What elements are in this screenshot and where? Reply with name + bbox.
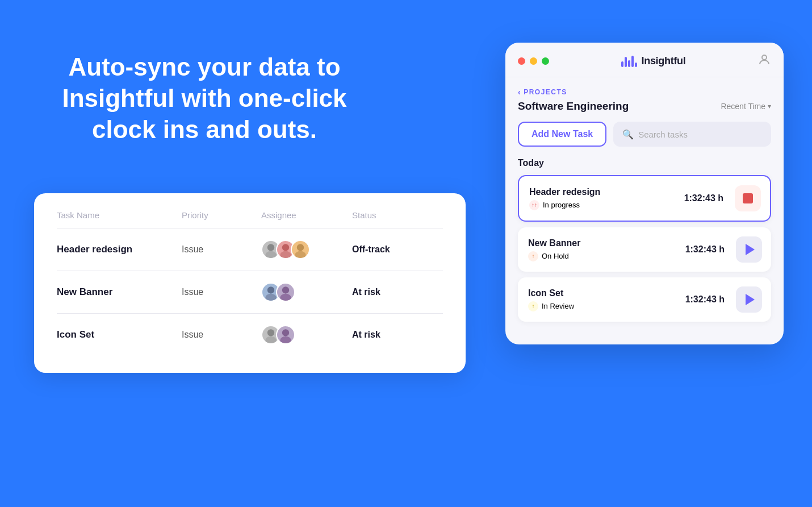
table-row: Icon Set Issue At risk [57,314,443,356]
col-assignee: Assignee [261,210,352,220]
search-box[interactable]: 🔍 Search tasks [613,122,771,147]
play-button-3[interactable] [736,286,762,313]
task-card-1-name: Header redesign [529,187,673,197]
project-title: Software Engineering [518,100,629,113]
action-bar: Add New Task 🔍 Search tasks [518,122,771,147]
close-dot[interactable] [518,57,525,65]
play-button-2[interactable] [736,236,762,263]
task-name-2: New Banner [57,286,182,298]
svg-point-7 [265,294,276,302]
task-card-3-name: Icon Set [528,288,674,298]
search-icon: 🔍 [622,129,634,140]
play-icon [746,244,755,255]
task-card-1-time: 1:32:43 h [684,193,723,203]
task-card-1-status-label: In progress [543,201,580,209]
bar3 [628,60,630,67]
svg-point-1 [265,251,276,259]
priority-1: Issue [182,244,261,255]
status-1: Off-track [352,244,443,255]
back-label: PROJECTS [524,88,567,96]
task-card-2-status-label: On Hold [542,252,569,260]
svg-point-3 [280,251,291,259]
status-inreview-icon: ↑ [528,301,538,311]
task-name-1: Header redesign [57,244,182,255]
project-header: Software Engineering Recent Time ▾ [518,100,771,113]
svg-point-9 [280,294,291,302]
svg-point-6 [267,286,274,293]
task-card-3-time: 1:32:43 h [685,294,725,305]
task-card-3-left: Icon Set ↑ In Review [528,288,674,311]
avatar [276,282,295,302]
assignees-1 [261,240,352,259]
hero-text: Auto-sync your data to Insightful with o… [34,51,375,145]
window-controls [518,57,549,65]
avatar [276,325,295,344]
task-card-2-left: New Banner ↑ On Hold [528,238,674,261]
task-card-1-left: Header redesign ↑↑ In progress [529,187,673,210]
app-logo: Insightful [621,55,686,67]
minimize-dot[interactable] [530,57,537,65]
recent-time-label: Recent Time [721,102,765,111]
search-placeholder: Search tasks [638,130,688,139]
svg-point-0 [267,244,274,251]
task-card-2-status: ↑ On Hold [528,251,674,261]
svg-point-8 [282,286,289,293]
dropdown-arrow-icon: ▾ [768,102,771,110]
back-to-projects[interactable]: ‹ PROJECTS [518,88,771,97]
assignees-2 [261,282,352,302]
hero-line2: Insightful with one-click [62,84,346,112]
stop-icon [743,193,753,203]
recent-time-dropdown[interactable]: Recent Time ▾ [721,102,771,111]
status-3: At risk [352,330,443,340]
app-window: Insightful ‹ PROJECTS Software Engineeri… [505,43,784,344]
task-card-2-name: New Banner [528,238,674,248]
task-card-1-status: ↑↑ In progress [529,200,673,210]
status-onhold-icon: ↑ [528,251,538,261]
maximize-dot[interactable] [542,57,549,65]
priority-2: Issue [182,287,261,297]
status-inprogress-icon: ↑↑ [529,200,539,210]
svg-point-14 [762,55,767,60]
stop-button-1[interactable] [735,185,761,211]
title-bar: Insightful [505,43,784,77]
svg-point-10 [267,329,274,336]
chevron-left-icon: ‹ [518,88,521,97]
svg-point-5 [295,251,305,259]
task-table-card: Task Name Priority Assignee Status Heade… [34,193,466,373]
status-2: At risk [352,287,443,297]
svg-point-12 [282,329,289,336]
task-card-3-status-label: In Review [542,302,574,310]
user-icon[interactable] [757,53,771,69]
col-priority: Priority [182,210,261,220]
col-task-name: Task Name [57,210,182,220]
app-content: ‹ PROJECTS Software Engineering Recent T… [505,77,784,322]
task-card-2-time: 1:32:43 h [685,244,725,255]
logo-icon [621,55,637,67]
svg-point-2 [282,244,289,251]
task-card-2: New Banner ↑ On Hold 1:32:43 h [518,227,771,272]
col-status: Status [352,210,443,220]
bar4 [631,56,634,67]
svg-point-11 [265,336,276,344]
assignees-3 [261,325,352,344]
table-row: Header redesign Issue Off-track [57,228,443,271]
bar5 [635,63,637,67]
hero-line1: Auto-sync your data to [68,53,340,81]
play-icon [746,294,755,305]
brand-name: Insightful [642,55,686,67]
table-header: Task Name Priority Assignee Status [57,210,443,228]
svg-point-4 [297,244,304,251]
table-row: New Banner Issue At risk [57,271,443,314]
svg-point-13 [280,336,291,344]
today-section-label: Today [518,158,771,168]
task-name-3: Icon Set [57,329,182,340]
bar1 [621,61,623,67]
task-card-1: Header redesign ↑↑ In progress 1:32:43 h [518,175,771,222]
bar2 [625,57,627,67]
avatar [291,240,310,259]
hero-line3: clock ins and outs. [92,115,317,143]
add-task-button[interactable]: Add New Task [518,122,606,147]
task-card-3: Icon Set ↑ In Review 1:32:43 h [518,277,771,322]
task-card-3-status: ↑ In Review [528,301,674,311]
priority-3: Issue [182,330,261,340]
